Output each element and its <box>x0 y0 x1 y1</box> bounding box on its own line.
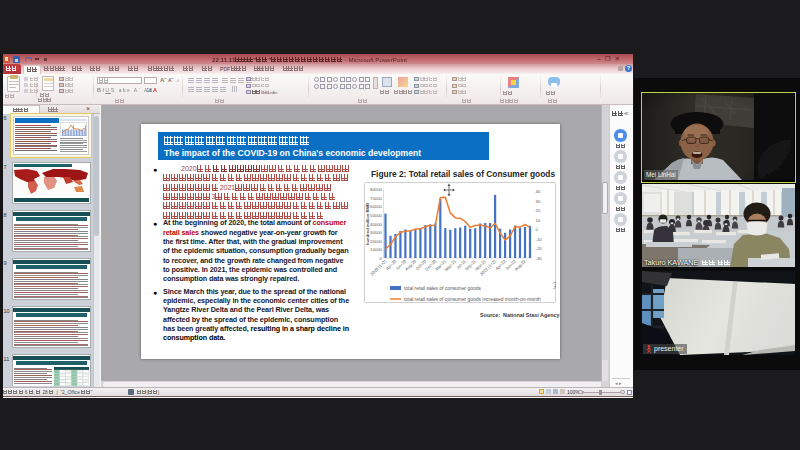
svg-text:20000: 20000 <box>370 239 383 244</box>
svg-text:total retail sales of consumer: total retail sales of consumer goods inc… <box>404 297 541 302</box>
svg-text:May-21: May-21 <box>444 258 458 272</box>
svg-text:hundred million RMB: hundred million RMB <box>365 203 370 245</box>
svg-text:10000: 10000 <box>370 247 383 252</box>
svg-text:60000: 60000 <box>370 204 383 209</box>
svg-text:0: 0 <box>536 227 539 232</box>
svg-text:-20: -20 <box>536 246 543 251</box>
svg-text:20: 20 <box>536 208 541 213</box>
svg-text:-10: -10 <box>536 237 543 242</box>
svg-text:40: 40 <box>536 189 541 194</box>
svg-text:50000: 50000 <box>370 213 383 218</box>
svg-text:70000: 70000 <box>370 196 383 201</box>
svg-text:80000: 80000 <box>370 187 383 192</box>
svg-text:30: 30 <box>536 199 541 204</box>
svg-text:Aug-22: Aug-22 <box>514 258 528 272</box>
svg-text:-30: -30 <box>536 256 543 261</box>
svg-text:40000: 40000 <box>370 222 383 227</box>
svg-text:(%): (%) <box>553 282 557 290</box>
svg-text:30000: 30000 <box>370 230 383 235</box>
svg-text:10: 10 <box>536 218 541 223</box>
svg-text:total retail sales of consumer: total retail sales of consumer goods <box>404 286 481 291</box>
